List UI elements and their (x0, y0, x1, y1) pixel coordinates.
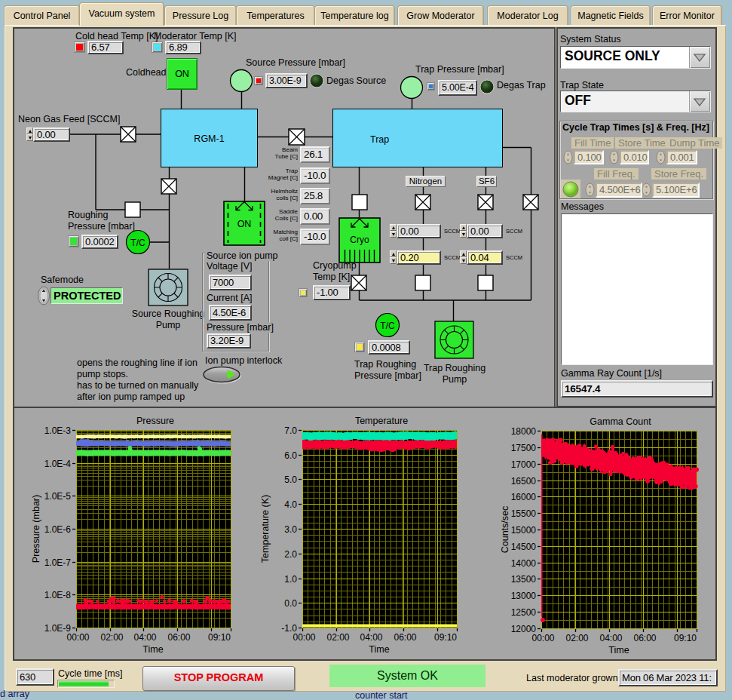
svg-text:13000: 13000 (511, 591, 537, 601)
svg-text:02:00: 02:00 (565, 633, 588, 643)
svg-text:06:00: 06:00 (394, 632, 416, 643)
svg-text:00:00: 00:00 (531, 633, 554, 643)
svg-text:0.0: 0.0 (284, 598, 297, 609)
svg-text:18000: 18000 (511, 426, 537, 437)
svg-text:06:00: 06:00 (633, 633, 656, 643)
svg-text:Temperature (K): Temperature (K) (260, 495, 271, 563)
svg-text:1.0E-3: 1.0E-3 (44, 425, 72, 436)
svg-text:12500: 12500 (511, 607, 537, 618)
svg-text:Time: Time (608, 645, 629, 655)
svg-text:1.0E-8: 1.0E-8 (44, 590, 72, 600)
svg-text:15000: 15000 (511, 525, 537, 536)
svg-text:1.0E-4: 1.0E-4 (44, 459, 72, 469)
svg-text:02:00: 02:00 (326, 632, 349, 643)
svg-text:6.0: 6.0 (284, 450, 297, 461)
svg-text:Temperature: Temperature (355, 416, 408, 426)
svg-text:09:10: 09:10 (434, 632, 457, 643)
svg-text:5.0: 5.0 (284, 474, 297, 485)
svg-text:1.0E-7: 1.0E-7 (44, 557, 72, 568)
svg-text:1.0E-6: 1.0E-6 (44, 524, 72, 535)
svg-text:00:00: 00:00 (66, 632, 89, 643)
svg-text:7.0: 7.0 (284, 425, 297, 436)
svg-text:T/C: T/C (130, 238, 145, 248)
svg-text:00:00: 00:00 (292, 632, 315, 643)
svg-text:17500: 17500 (511, 443, 537, 453)
svg-text:02:00: 02:00 (100, 632, 123, 643)
svg-text:Pressure: Pressure (136, 416, 174, 426)
svg-text:16000: 16000 (511, 492, 537, 502)
svg-text:2.0: 2.0 (284, 549, 297, 560)
svg-text:09:10: 09:10 (674, 633, 697, 643)
svg-text:Pressure (mbar): Pressure (mbar) (31, 495, 41, 563)
svg-text:Time: Time (369, 644, 389, 655)
svg-text:16500: 16500 (511, 476, 537, 487)
svg-text:13500: 13500 (511, 574, 537, 585)
svg-text:3.0: 3.0 (284, 524, 297, 535)
svg-text:04:00: 04:00 (599, 633, 622, 643)
svg-text:Counts/sec: Counts/sec (500, 506, 510, 554)
svg-text:04:00: 04:00 (360, 632, 382, 643)
svg-text:15500: 15500 (511, 508, 537, 519)
svg-text:06:00: 06:00 (167, 632, 190, 643)
svg-text:1.0E-5: 1.0E-5 (44, 491, 72, 502)
svg-text:Gamma Count: Gamma Count (590, 416, 651, 427)
svg-text:4.0: 4.0 (284, 499, 297, 510)
svg-text:1.0: 1.0 (284, 574, 297, 585)
svg-text:Time: Time (142, 644, 163, 655)
svg-text:14000: 14000 (511, 558, 537, 569)
svg-text:14500: 14500 (511, 542, 537, 552)
svg-text:09:10: 09:10 (208, 632, 231, 643)
svg-text:04:00: 04:00 (133, 632, 156, 643)
svg-text:17000: 17000 (511, 459, 537, 470)
svg-text:T/C: T/C (380, 321, 395, 331)
